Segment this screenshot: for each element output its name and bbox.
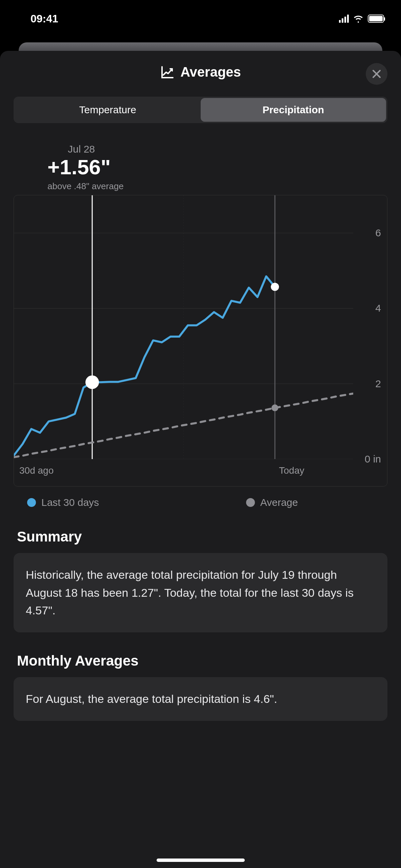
x-label-today: Today [279, 465, 304, 476]
averages-sheet: Averages Temperature Precipitation Jul 2… [0, 51, 401, 868]
chart-y-axis: 0 in246 [353, 195, 387, 459]
y-tick-label: 2 [375, 378, 381, 390]
sheet-title: Averages [180, 64, 241, 80]
summary-heading: Summary [17, 529, 384, 545]
close-icon [372, 69, 381, 79]
chart-line-icon [160, 65, 175, 80]
chart-plot[interactable] [14, 195, 353, 459]
legend-item-average: Average [246, 497, 298, 508]
callout-date: Jul 28 [47, 143, 115, 155]
sheet-header: Averages [0, 51, 401, 90]
summary-text: Historically, the average total precipit… [26, 568, 354, 617]
callout-subtitle: above .48" average [47, 181, 387, 192]
summary-card: Historically, the average total precipit… [14, 553, 387, 632]
svg-point-9 [271, 283, 279, 291]
tab-temperature[interactable]: Temperature [15, 98, 201, 122]
home-indicator[interactable] [157, 859, 245, 862]
cellular-signal-icon [339, 15, 349, 23]
svg-point-8 [272, 405, 278, 411]
y-tick-label: 6 [375, 227, 381, 239]
monthly-heading: Monthly Averages [17, 653, 384, 669]
x-label-start: 30d ago [19, 465, 54, 476]
legend-label: Last 30 days [41, 497, 99, 508]
status-bar: 09:41 [0, 0, 401, 34]
close-button[interactable] [366, 63, 387, 85]
status-time: 09:41 [31, 13, 58, 25]
chart-section: Jul 28 +1.56" above .48" average 0 in246… [14, 143, 387, 508]
svg-point-10 [85, 375, 99, 389]
monthly-card: For August, the average total precipitat… [14, 677, 387, 721]
monthly-text: For August, the average total precipitat… [26, 692, 277, 705]
battery-icon [368, 15, 384, 23]
chart-x-axis: 30d ago Today [14, 459, 353, 486]
wifi-icon [353, 15, 364, 23]
chart-callout: Jul 28 +1.56" above .48" average [47, 143, 387, 192]
segmented-control: Temperature Precipitation [14, 97, 387, 123]
chart-box[interactable]: 0 in246 30d ago Today [14, 195, 387, 487]
status-icons [339, 15, 384, 23]
y-tick-label: 4 [375, 302, 381, 314]
tab-precipitation[interactable]: Precipitation [201, 98, 386, 122]
legend-label: Average [260, 497, 298, 508]
y-tick-label: 0 in [365, 453, 381, 465]
callout-value: +1.56" [47, 155, 387, 179]
chart-legend: Last 30 days Average [27, 497, 374, 508]
legend-item-last30: Last 30 days [27, 497, 99, 508]
legend-dot-icon [246, 498, 255, 507]
legend-dot-icon [27, 498, 36, 507]
chart-svg [14, 195, 353, 459]
